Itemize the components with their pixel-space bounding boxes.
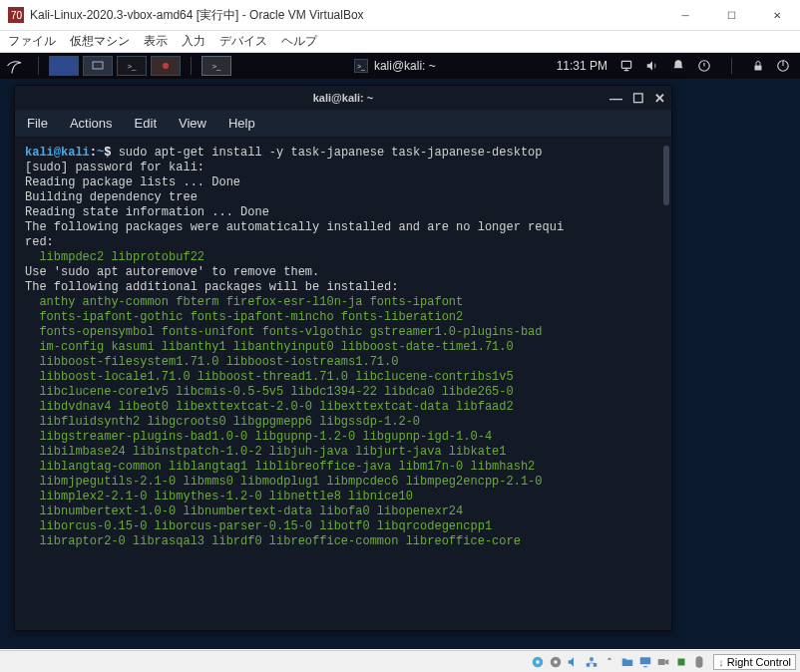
svg-text:70: 70 bbox=[11, 10, 23, 21]
vbox-menubar: ファイル 仮想マシン 表示 入力 デバイス ヘルプ bbox=[0, 31, 800, 53]
status-display-icon[interactable] bbox=[637, 654, 653, 670]
prompt-user: kali bbox=[25, 146, 54, 160]
status-host-key[interactable]: ↓ Right Control bbox=[713, 654, 796, 670]
task-item-4[interactable] bbox=[151, 56, 181, 76]
terminal-window: kali@kali: ~ — ☐ ✕ File Actions Edit Vie… bbox=[14, 85, 672, 631]
panel-active-window-title[interactable]: >_ kali@kali: ~ bbox=[344, 59, 446, 73]
status-optical-icon[interactable] bbox=[548, 654, 564, 670]
panel-app-title-text: kali@kali: ~ bbox=[374, 59, 436, 73]
vbox-minimize-button[interactable]: ─ bbox=[662, 0, 708, 31]
terminal-install-line: libboost-filesystem1.71.0 libboost-iostr… bbox=[25, 355, 398, 369]
panel-task-items: >_ >_ bbox=[47, 53, 233, 79]
vbox-menu-machine[interactable]: 仮想マシン bbox=[70, 33, 130, 50]
kali-desktop: >_ >_ >_ kali@kali: ~ 11:31 PM kali@kali… bbox=[0, 53, 800, 649]
prompt-at: @ bbox=[54, 146, 61, 160]
panel-clock[interactable]: 11:31 PM bbox=[557, 59, 607, 73]
terminal-install-line: fonts-ipafont-gothic fonts-ipafont-minch… bbox=[25, 310, 463, 324]
host-key-arrow-icon: ↓ bbox=[718, 656, 724, 668]
terminal-maximize-button[interactable]: ☐ bbox=[632, 91, 644, 106]
volume-icon[interactable] bbox=[645, 59, 659, 73]
svg-rect-16 bbox=[678, 658, 685, 665]
terminal-scrollbar[interactable] bbox=[663, 146, 669, 205]
svg-rect-5 bbox=[755, 66, 762, 71]
status-audio-icon[interactable] bbox=[566, 654, 582, 670]
svg-rect-13 bbox=[591, 657, 595, 661]
terminal-menu-edit[interactable]: Edit bbox=[135, 116, 157, 131]
task-item-2[interactable] bbox=[83, 56, 113, 76]
task-item-terminal-active[interactable]: >_ bbox=[201, 56, 231, 76]
terminal-icon: >_ bbox=[354, 59, 368, 73]
kali-panel: >_ >_ >_ kali@kali: ~ 11:31 PM bbox=[0, 53, 800, 79]
terminal-install-line: liblangtag-common liblangtag1 liblibreof… bbox=[25, 460, 535, 474]
svg-rect-15 bbox=[658, 659, 665, 665]
vbox-menu-file[interactable]: ファイル bbox=[8, 33, 56, 50]
vbox-menu-help[interactable]: ヘルプ bbox=[281, 33, 317, 50]
status-shared-folder-icon[interactable] bbox=[619, 654, 635, 670]
terminal-autoremove-hint: Use 'sudo apt autoremove' to remove them… bbox=[25, 265, 319, 279]
terminal-line: Reading state information ... Done bbox=[25, 205, 269, 219]
vbox-window-title: Kali-Linux-2020.3-vbox-amd64 [実行中] - Ora… bbox=[30, 7, 662, 24]
vbox-statusbar: ↓ Right Control bbox=[0, 650, 800, 672]
terminal-line: The following packages were automaticall… bbox=[25, 220, 564, 234]
vbox-maximize-button[interactable]: ☐ bbox=[708, 0, 754, 31]
terminal-line: [sudo] password for kali: bbox=[25, 161, 204, 174]
panel-separator-2 bbox=[191, 57, 192, 75]
tray-separator bbox=[731, 58, 732, 74]
terminal-title-text: kali@kali: ~ bbox=[313, 92, 374, 104]
status-hdd-icon[interactable] bbox=[530, 654, 546, 670]
terminal-install-line: im-config kasumi libanthy1 libanthyinput… bbox=[25, 340, 514, 354]
lock-icon[interactable] bbox=[752, 59, 764, 73]
svg-rect-2 bbox=[93, 62, 103, 69]
terminal-body[interactable]: kali@kali:~$ sudo apt-get install -y tas… bbox=[15, 138, 671, 630]
power-icon[interactable] bbox=[697, 59, 711, 73]
terminal-close-button[interactable]: ✕ bbox=[654, 91, 665, 106]
notification-icon[interactable] bbox=[671, 59, 685, 73]
terminal-install-line: libclucene-core1v5 libcmis-0.5-5v5 libdc… bbox=[25, 385, 514, 399]
task-item-1[interactable] bbox=[49, 56, 79, 76]
terminal-install-line: libfluidsynth2 libgcroots0 libgpgmepp6 l… bbox=[25, 415, 420, 429]
terminal-menu-view[interactable]: View bbox=[179, 116, 206, 131]
terminal-line: Reading package lists ... Done bbox=[25, 175, 240, 189]
vbox-menu-input[interactable]: 入力 bbox=[182, 33, 205, 50]
status-usb-icon[interactable] bbox=[601, 654, 617, 670]
terminal-menu-help[interactable]: Help bbox=[228, 116, 255, 131]
status-cpu-icon[interactable] bbox=[673, 654, 689, 670]
network-icon[interactable] bbox=[619, 59, 633, 73]
vbox-menu-view[interactable]: 表示 bbox=[144, 33, 168, 50]
panel-tray: 11:31 PM bbox=[557, 58, 800, 74]
logout-icon[interactable] bbox=[776, 59, 790, 73]
terminal-install-header: The following additional packages will b… bbox=[25, 280, 398, 294]
terminal-menu-actions[interactable]: Actions bbox=[70, 116, 113, 131]
vbox-menu-devices[interactable]: デバイス bbox=[219, 33, 267, 50]
panel-separator bbox=[38, 57, 39, 75]
terminal-menu-file[interactable]: File bbox=[27, 116, 48, 131]
terminal-autoremove-pkgs: libmpdec2 libprotobuf22 bbox=[25, 250, 204, 264]
task-item-3[interactable]: >_ bbox=[117, 56, 147, 76]
terminal-install-line: libgstreamer-plugins-bad1.0-0 libgupnp-1… bbox=[25, 430, 492, 444]
terminal-install-line: fonts-opensymbol fonts-unifont fonts-vlg… bbox=[25, 325, 542, 339]
terminal-install-line: libraptor2-0 librasqal3 librdf0 libreoff… bbox=[25, 534, 521, 548]
terminal-install-line: anthy anthy-common fbterm firefox-esr-l1… bbox=[25, 295, 463, 309]
status-mouse-icon[interactable] bbox=[691, 654, 707, 670]
kali-logo-icon[interactable] bbox=[0, 53, 30, 79]
prompt-host: kali bbox=[61, 146, 90, 160]
terminal-install-line: libmplex2-2.1-0 libmythes-1.2-0 libnettl… bbox=[25, 490, 413, 504]
terminal-install-line: libboost-locale1.71.0 libboost-thread1.7… bbox=[25, 370, 514, 384]
svg-point-10 bbox=[555, 660, 559, 664]
terminal-install-line: libdvdnav4 libeot0 libexttextcat-2.0-0 l… bbox=[25, 400, 514, 414]
terminal-install-line: libilmbase24 libinstpatch-1.0-2 libjuh-j… bbox=[25, 445, 506, 459]
vbox-titlebar: 70 Kali-Linux-2020.3-vbox-amd64 [実行中] - … bbox=[0, 0, 800, 31]
svg-point-8 bbox=[537, 660, 541, 664]
prompt-sym: $ bbox=[104, 146, 111, 160]
status-network-icon[interactable] bbox=[584, 654, 600, 670]
terminal-minimize-button[interactable]: — bbox=[609, 91, 622, 106]
prompt-sep: : bbox=[90, 146, 97, 160]
terminal-command: sudo apt-get install -y task-japanese ta… bbox=[119, 146, 543, 160]
terminal-titlebar[interactable]: kali@kali: ~ — ☐ ✕ bbox=[15, 86, 671, 110]
terminal-menubar: File Actions Edit View Help bbox=[15, 110, 671, 138]
terminal-install-line: libnumbertext-1.0-0 libnumbertext-data l… bbox=[25, 504, 463, 518]
status-recording-icon[interactable] bbox=[655, 654, 671, 670]
vbox-close-button[interactable]: ✕ bbox=[754, 0, 800, 31]
terminal-install-line: liborcus-0.15-0 liborcus-parser-0.15-0 l… bbox=[25, 519, 492, 533]
terminal-line: red: bbox=[25, 235, 54, 249]
